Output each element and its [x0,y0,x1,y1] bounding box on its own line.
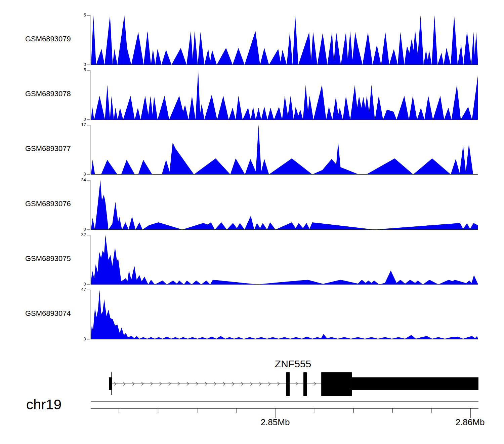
track-waveform [81,125,480,175]
track-label: GSM6893078 [25,89,71,98]
y-axis-bracket [87,70,90,120]
track-waveform [81,180,480,230]
track-waveform [81,290,480,340]
track-label: GSM6893075 [25,254,71,263]
track-label: GSM6893076 [25,199,71,208]
coordinate-ruler [0,399,504,429]
gene-structure [0,355,504,399]
y-axis-bracket [87,235,90,285]
track-waveform [81,70,480,120]
track-waveform [81,235,480,285]
track-label: GSM6893079 [25,35,71,43]
y-axis-bracket [87,15,90,65]
y-axis-bracket [87,290,90,339]
genome-coverage-figure: GSM6893079 5 0 GSM6893078 5 0 GSM6893077… [0,0,504,444]
track-waveform [81,15,480,65]
track-label: GSM6893077 [25,144,71,153]
y-axis-bracket [87,125,90,175]
ruler-tick-label: 2.85Mb [258,417,292,427]
ruler-tick-label: 2.86Mb [453,417,487,427]
track-label: GSM6893074 [25,309,71,318]
y-axis-bracket [87,180,90,230]
